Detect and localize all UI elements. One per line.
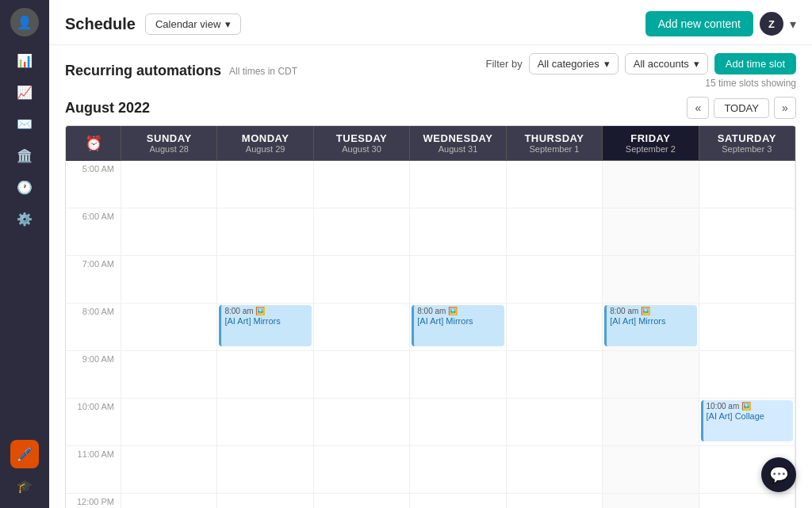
time-slots-info: 15 time slots showing	[705, 78, 796, 89]
header: Schedule Calendar view ▾ Add new content…	[49, 0, 812, 45]
time-1100am: 11:00 AM	[66, 446, 121, 494]
avatar[interactable]: 👤	[10, 8, 39, 36]
event-wednesday-8am-mirrors[interactable]: 8:00 am 🖼️ [AI Art] Mirrors	[412, 305, 504, 346]
cell-sun-8am	[121, 304, 217, 351]
header-left: Schedule Calendar view ▾	[65, 13, 241, 35]
all-accounts-select[interactable]: All accounts ▾	[625, 53, 708, 74]
cell-mon-6am	[217, 208, 313, 256]
cell-sat-7am	[699, 256, 795, 304]
cell-tue-6am	[314, 208, 410, 256]
calendar-view-button[interactable]: Calendar view ▾	[145, 13, 241, 35]
cell-sat-9am	[699, 351, 795, 399]
time-500am: 5:00 AM	[66, 161, 121, 208]
cell-wed-7am	[410, 256, 506, 304]
event-monday-8am-mirrors[interactable]: 8:00 am 🖼️ [AI Art] Mirrors	[219, 305, 311, 346]
cell-fri-11am	[603, 446, 699, 494]
cell-sun-10am	[121, 399, 217, 446]
cell-wed-8am[interactable]: 8:00 am 🖼️ [AI Art] Mirrors	[410, 304, 506, 351]
cell-sun-5am	[121, 161, 217, 208]
col-header-saturday: SATURDAY September 3	[699, 126, 795, 161]
cell-sat-6am	[699, 208, 795, 256]
cell-sun-12pm	[121, 494, 217, 508]
cell-sat-12pm	[699, 494, 795, 508]
nav-buttons: « TODAY »	[687, 97, 796, 119]
col-header-tuesday: TUESDAY August 30	[314, 126, 410, 161]
cell-fri-6am	[603, 208, 699, 256]
col-header-friday: FRIDAY September 2	[603, 126, 699, 161]
cell-sat-5am	[699, 161, 795, 208]
chevron-down-icon: ▾	[694, 58, 699, 70]
all-categories-select[interactable]: All categories ▾	[529, 53, 619, 74]
next-next-button[interactable]: »	[774, 97, 796, 119]
alarm-icon: ⏰	[85, 135, 102, 152]
cell-wed-5am	[410, 161, 506, 208]
cell-wed-10am	[410, 399, 506, 446]
cell-thu-10am	[507, 399, 603, 446]
sidebar: 👤 📊 📈 ✉️ 🏛️ 🕐 ⚙️ 🖊️ 🎓	[0, 0, 49, 508]
sidebar-item-learn[interactable]: 🎓	[10, 472, 39, 500]
page-title: Schedule	[65, 15, 136, 33]
cell-fri-8am[interactable]: 8:00 am 🖼️ [AI Art] Mirrors	[603, 304, 699, 351]
cell-sat-10am[interactable]: 10:00 am 🖼️ [AI Art] Collage	[699, 399, 795, 446]
user-badge[interactable]: Z	[760, 12, 783, 36]
cell-sun-11am	[121, 446, 217, 494]
sidebar-item-schedule[interactable]: 🕐	[10, 173, 39, 201]
sidebar-item-library[interactable]: 🏛️	[10, 141, 39, 170]
col-header-monday: MONDAY August 29	[217, 126, 313, 161]
event-saturday-10am-collage[interactable]: 10:00 am 🖼️ [AI Art] Collage	[701, 400, 793, 441]
times-label: All times in CDT	[229, 66, 297, 77]
col-header-sunday: SUNDAY August 28	[121, 126, 217, 161]
sidebar-item-messages[interactable]: ✉️	[10, 109, 39, 138]
cell-fri-12pm	[603, 494, 699, 508]
user-menu-chevron-icon[interactable]: ▾	[790, 17, 796, 32]
cell-mon-5am	[217, 161, 313, 208]
calendar-controls: August 2022 « TODAY »	[49, 97, 812, 125]
add-new-content-button[interactable]: Add new content	[645, 11, 753, 36]
sub-header-right: Filter by All categories ▾ All accounts …	[485, 53, 796, 89]
recurring-automations-title: Recurring automations	[65, 63, 221, 79]
calendar-view-label: Calendar view	[155, 18, 220, 30]
cell-sun-7am	[121, 256, 217, 304]
time-1000am: 10:00 AM	[66, 399, 121, 446]
cell-fri-5am	[603, 161, 699, 208]
cell-mon-9am	[217, 351, 313, 399]
sub-header-left: Recurring automations All times in CDT	[65, 63, 297, 79]
cell-thu-6am	[507, 208, 603, 256]
header-right: Add new content Z ▾	[645, 11, 796, 36]
cell-fri-7am	[603, 256, 699, 304]
sidebar-item-dashboard[interactable]: 📊	[10, 46, 39, 74]
cell-sun-9am	[121, 351, 217, 399]
cell-sun-6am	[121, 208, 217, 256]
prev-prev-button[interactable]: «	[687, 97, 709, 119]
cell-tue-9am	[314, 351, 410, 399]
cell-tue-12pm	[314, 494, 410, 508]
time-700am: 7:00 AM	[66, 256, 121, 304]
cell-tue-7am	[314, 256, 410, 304]
col-header-thursday: THURSDAY September 1	[507, 126, 603, 161]
chat-icon: 💬	[769, 465, 789, 484]
cell-thu-7am	[507, 256, 603, 304]
cell-sat-8am	[699, 304, 795, 351]
cell-tue-11am	[314, 446, 410, 494]
sidebar-item-settings[interactable]: ⚙️	[10, 204, 39, 233]
sidebar-item-compose[interactable]: 🖊️	[10, 440, 39, 468]
sub-header: Recurring automations All times in CDT F…	[49, 45, 812, 97]
cell-mon-8am[interactable]: 8:00 am 🖼️ [AI Art] Mirrors	[217, 304, 313, 351]
time-900am: 9:00 AM	[66, 351, 121, 399]
sidebar-item-analytics[interactable]: 📈	[10, 78, 39, 106]
time-1200pm: 12:00 PM	[66, 494, 121, 508]
time-600am: 6:00 AM	[66, 208, 121, 256]
main-content: Schedule Calendar view ▾ Add new content…	[49, 0, 812, 508]
cell-tue-8am	[314, 304, 410, 351]
today-button[interactable]: TODAY	[714, 98, 769, 118]
add-time-slot-button[interactable]: Add time slot	[714, 53, 796, 74]
filter-label: Filter by	[485, 58, 522, 70]
cell-mon-10am	[217, 399, 313, 446]
cell-mon-7am	[217, 256, 313, 304]
chat-bubble-button[interactable]: 💬	[761, 457, 796, 492]
event-friday-8am-mirrors[interactable]: 8:00 am 🖼️ [AI Art] Mirrors	[604, 305, 696, 346]
cell-mon-12pm	[217, 494, 313, 508]
cell-thu-5am	[507, 161, 603, 208]
calendar-wrap: ⏰ SUNDAY August 28 MONDAY August 29 TUES…	[49, 125, 812, 508]
chevron-down-icon: ▾	[225, 18, 231, 30]
